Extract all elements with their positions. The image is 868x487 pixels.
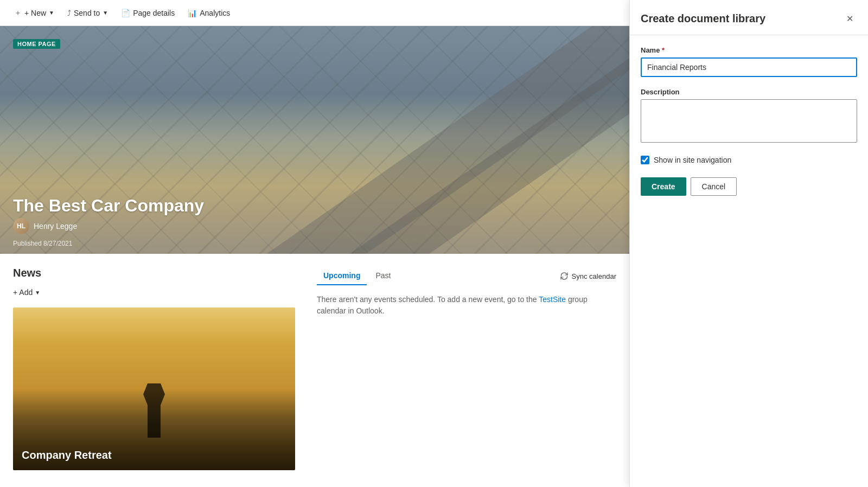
sync-calendar-button[interactable]: Sync calendar bbox=[560, 272, 616, 280]
avatar: HL bbox=[13, 218, 29, 234]
panel-header: Create document library ✕ bbox=[630, 0, 868, 35]
name-label: Name bbox=[641, 46, 857, 54]
page-details-label: Page details bbox=[133, 9, 175, 17]
description-input[interactable] bbox=[641, 99, 857, 143]
close-icon: ✕ bbox=[846, 14, 853, 24]
news-card-title: Company Retreat bbox=[22, 449, 112, 462]
show-nav-checkbox[interactable] bbox=[641, 156, 649, 164]
plus-icon: ＋ bbox=[14, 8, 22, 18]
close-panel-button[interactable]: ✕ bbox=[842, 11, 857, 26]
news-card: Company Retreat bbox=[13, 307, 295, 470]
tab-upcoming[interactable]: Upcoming bbox=[317, 267, 367, 285]
show-nav-row: Show in site navigation bbox=[641, 156, 857, 164]
author-name: Henry Legge bbox=[34, 222, 77, 230]
news-section-title: News bbox=[13, 267, 295, 279]
description-label: Description bbox=[641, 88, 857, 96]
news-section: News + Add ▼ Company Retreat bbox=[13, 267, 295, 470]
name-input-wrapper bbox=[641, 57, 857, 77]
toolbar: ＋ + New ▼ ⤴ Send to ▼ 📄 Page details 📊 A… bbox=[0, 0, 629, 26]
panel-actions: Create Cancel bbox=[641, 177, 857, 196]
events-section: Upcoming Past Sync calendar There aren't… bbox=[317, 267, 616, 470]
name-field-group: Name bbox=[641, 46, 857, 77]
events-empty-text: There aren't any events scheduled. To ad… bbox=[317, 294, 616, 317]
analytics-label: Analytics bbox=[200, 9, 230, 17]
send-icon: ⤴ bbox=[67, 9, 71, 17]
hero-author: HL Henry Legge bbox=[13, 218, 77, 234]
send-to-button[interactable]: ⤴ Send to ▼ bbox=[62, 6, 113, 20]
testsite-link[interactable]: TestSite bbox=[539, 295, 566, 304]
add-label: + Add bbox=[13, 288, 33, 297]
events-tabs: Upcoming Past Sync calendar bbox=[317, 267, 616, 285]
tab-past[interactable]: Past bbox=[369, 267, 397, 285]
hero-badge: HOME PAGE bbox=[13, 39, 60, 49]
cancel-button[interactable]: Cancel bbox=[691, 177, 737, 196]
add-news-button[interactable]: + Add ▼ bbox=[13, 286, 40, 299]
chevron-down-icon: ▼ bbox=[49, 10, 54, 16]
name-input[interactable] bbox=[642, 59, 856, 76]
main-content: ＋ + New ▼ ⤴ Send to ▼ 📄 Page details 📊 A… bbox=[0, 0, 629, 487]
sync-label: Sync calendar bbox=[572, 272, 616, 280]
create-button[interactable]: Create bbox=[641, 177, 686, 196]
hero-overlay bbox=[0, 26, 629, 254]
panel-title: Create document library bbox=[641, 12, 765, 25]
send-to-label: Send to bbox=[74, 9, 100, 17]
body-content: News + Add ▼ Company Retreat Upcoming Pa… bbox=[0, 254, 629, 483]
hero-title: The Best Car Company bbox=[13, 196, 204, 216]
new-label: + New bbox=[24, 9, 46, 17]
sync-icon bbox=[560, 272, 569, 280]
show-nav-label[interactable]: Show in site navigation bbox=[654, 156, 731, 164]
description-field-group: Description bbox=[641, 88, 857, 145]
new-button[interactable]: ＋ + New ▼ bbox=[9, 5, 60, 21]
analytics-button[interactable]: 📊 Analytics bbox=[182, 6, 235, 20]
panel-body: Name Description Show in site navigation… bbox=[630, 35, 868, 207]
create-library-panel: Create document library ✕ Name Descripti… bbox=[629, 0, 868, 487]
page-details-icon: 📄 bbox=[121, 9, 130, 17]
analytics-icon: 📊 bbox=[188, 9, 197, 17]
chevron-down-icon-3: ▼ bbox=[35, 290, 40, 296]
published-date: Published 8/27/2021 bbox=[13, 240, 72, 247]
page-details-button[interactable]: 📄 Page details bbox=[116, 6, 180, 20]
chevron-down-icon-2: ▼ bbox=[103, 10, 108, 16]
hero-section: HOME PAGE The Best Car Company HL Henry … bbox=[0, 26, 629, 254]
